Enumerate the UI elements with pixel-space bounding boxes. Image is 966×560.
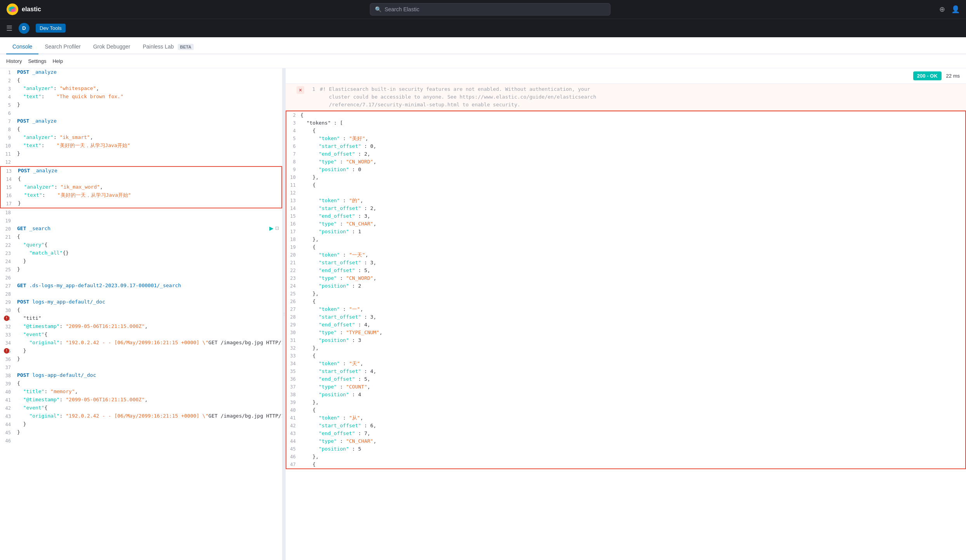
response-line-content: },: [300, 236, 319, 243]
response-line: 22 "end_offset" : 5,: [286, 267, 966, 274]
error-indicator: !: [4, 316, 9, 321]
response-comment-line: 1 #! Elasticsearch built-in security fea…: [306, 85, 966, 93]
response-line-content: },: [300, 290, 319, 298]
response-line-content: "token" : "美好",: [300, 135, 368, 142]
response-line: 3 "tokens" : [: [286, 119, 966, 127]
line-content: GET .ds-logs-my_app-default2-2023.09.17-…: [16, 282, 282, 290]
editor-line-39: 39 {: [0, 380, 282, 388]
editor-line-46: 46: [0, 437, 282, 445]
response-line-content: "token" : "天",: [300, 360, 363, 368]
response-line: 21 "start_offset" : 3,: [286, 259, 966, 267]
response-line: 35 "start_offset" : 4,: [286, 368, 966, 375]
line-number: 21: [0, 233, 16, 241]
run-button[interactable]: ▶: [269, 225, 274, 231]
search-icon: 🔍: [375, 6, 382, 12]
search-placeholder: Search Elastic: [385, 6, 419, 12]
dev-tools-badge[interactable]: Dev Tools: [36, 24, 66, 33]
editor-line-18: 18: [0, 208, 282, 217]
settings-button[interactable]: Settings: [28, 57, 46, 66]
response-line-content: "position" : 4: [300, 391, 361, 399]
line-content: "event"{: [16, 404, 282, 412]
line-number: 4: [0, 93, 16, 101]
response-line-content: {: [300, 298, 316, 305]
line-content: "@timestamp": "2099-05-06T16:21:15.000Z"…: [16, 396, 282, 404]
help-icon[interactable]: ⊕: [939, 5, 945, 14]
editor-line-6: 6: [0, 109, 282, 117]
response-line-content: "token" : "一天",: [300, 251, 368, 259]
response-line: 25 },: [286, 290, 966, 298]
global-search-bar[interactable]: 🔍 Search Elastic: [370, 3, 610, 16]
line-number: 39: [0, 380, 16, 388]
code-editor[interactable]: 1 POST _analyze 2 { 3 "analyzer": "white…: [0, 68, 282, 560]
line-content: }: [16, 265, 282, 273]
user-avatar[interactable]: D: [19, 23, 29, 34]
response-line: 5 "token" : "美好",: [286, 135, 966, 142]
editor-line-43: 43 "original": "192.0.2.42 - - [06/May/2…: [0, 412, 282, 420]
error-close-button[interactable]: ×: [297, 86, 304, 94]
line-number: 43: [0, 412, 16, 420]
copy-button[interactable]: ⊡: [275, 225, 279, 231]
editor-line-16: 16 "text": "美好的一天，从学习Java开始": [0, 191, 282, 199]
line-content: }: [16, 347, 282, 355]
editor-line-25: 25 }: [0, 265, 282, 274]
tab-grok-debugger[interactable]: Grok Debugger: [87, 40, 137, 54]
response-line: 42 "start_offset" : 6,: [286, 422, 966, 430]
line-number: 11: [0, 150, 16, 158]
response-line: 11 {: [286, 181, 966, 189]
response-line: 46 },: [286, 453, 966, 461]
line-number: 46: [0, 437, 16, 445]
hamburger-button[interactable]: ☰: [6, 24, 12, 33]
line-number: 45: [0, 428, 16, 437]
response-line-content: "type" : "CN_WORD",: [300, 274, 376, 282]
response-line-content: },: [300, 399, 319, 406]
response-line: 20 "token" : "一天",: [286, 251, 966, 259]
response-line-content: "position" : 1: [300, 228, 361, 236]
line-content: }: [16, 428, 282, 436]
response-line-content: },: [300, 173, 319, 181]
editor-line-24: 24 }: [0, 257, 282, 265]
help-button[interactable]: Help: [52, 57, 63, 66]
response-comment-line: cluster could be accessible to anyone. S…: [306, 93, 966, 101]
line-content: }: [16, 355, 282, 363]
line-number: 38: [0, 371, 16, 380]
response-line-content: "start_offset" : 0,: [300, 142, 376, 150]
response-line: 9 "position" : 0: [286, 166, 966, 173]
line-content: POST logs-my_app-default/_doc: [16, 298, 282, 306]
response-line-content: "end_offset" : 7,: [300, 430, 370, 437]
line-number: 30: [0, 306, 16, 314]
response-line-content: "type" : "CN_WORD",: [300, 158, 376, 166]
line-number: 41: [0, 396, 16, 404]
panel-divider[interactable]: ⋮: [283, 68, 286, 560]
response-line-content: "end_offset" : 3,: [300, 212, 370, 220]
tab-painless-lab[interactable]: Painless Lab BETA: [137, 40, 200, 54]
response-line: 33 {: [286, 352, 966, 360]
response-line-content: "position" : 5: [300, 445, 361, 453]
tab-search-profiler[interactable]: Search Profiler: [38, 40, 87, 54]
line-content: "original": "192.0.2.42 - - [06/May/2099…: [16, 412, 282, 420]
response-body[interactable]: × 1 #! Elasticsearch built-in security f…: [286, 84, 966, 560]
response-line-content: "end_offset" : 4,: [300, 321, 370, 329]
response-line: 7 "end_offset" : 2,: [286, 150, 966, 158]
user-icon[interactable]: 👤: [951, 5, 960, 14]
response-line-content: "start_offset" : 3,: [300, 313, 376, 321]
line-content: }: [16, 150, 282, 158]
line-number: 29: [0, 298, 16, 306]
history-button[interactable]: History: [6, 57, 22, 66]
line-number: 16: [1, 191, 16, 199]
line-content: "match_all"{}: [16, 249, 282, 257]
editor-line-32: 32 "@timestamp": "2099-05-06T16:21:15.00…: [0, 322, 282, 331]
line-number: 42: [0, 404, 16, 412]
response-line: 12: [286, 189, 966, 197]
response-line: 43 "end_offset" : 7,: [286, 430, 966, 437]
editor-line-13: 13 POST _analyze: [0, 166, 282, 175]
line-content: "analyzer": "whitespace",: [16, 85, 282, 92]
line-content: }: [16, 420, 282, 428]
line-content: "@timestamp": "2099-05-06T16:21:15.000Z"…: [16, 322, 282, 330]
second-navigation: ☰ D Dev Tools: [0, 19, 966, 37]
editor-line-17: 17 }: [0, 199, 282, 208]
response-line: 15 "end_offset" : 3,: [286, 212, 966, 220]
tab-console[interactable]: Console: [6, 40, 38, 54]
elastic-logo[interactable]: elastic: [6, 3, 41, 16]
line-number: 5: [0, 101, 16, 109]
editor-line-31: ! 31 "titi": [0, 314, 282, 322]
